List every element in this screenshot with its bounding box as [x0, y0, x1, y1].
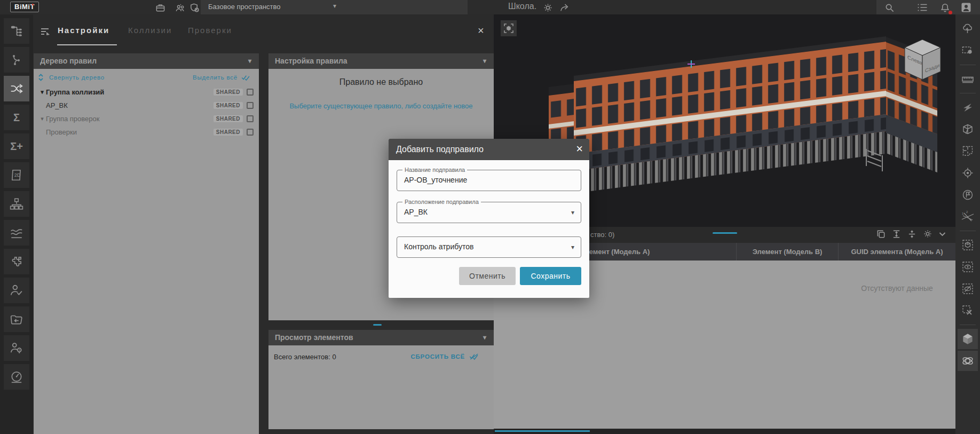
section-plane-icon[interactable] [958, 97, 978, 117]
tree-item-collision-group[interactable]: ▾ Группа коллизий SHARED [34, 85, 259, 98]
shaded-view-cube-icon[interactable] [958, 329, 978, 349]
tree-item-check-group[interactable]: ▾ Группа проверок SHARED [34, 112, 259, 125]
notifications-bell-icon[interactable] [938, 1, 951, 14]
workspace-selector[interactable]: Базовое пространство ▾ [201, 0, 468, 14]
viewport-bottom-strip [494, 429, 955, 434]
floorplan-icon[interactable] [958, 141, 978, 161]
row-height-icon[interactable] [892, 230, 901, 239]
elements-view-header[interactable]: Просмотр элементов ▾ [268, 330, 494, 345]
projects-briefcase-icon[interactable] [154, 1, 167, 14]
approvals-person-check-icon[interactable] [4, 278, 29, 303]
rule-tree-collapse-caret-icon[interactable]: ▾ [248, 53, 251, 69]
sum-add-icon[interactable]: Σ+ [4, 133, 29, 159]
svg-text:2D: 2D [14, 172, 21, 178]
show-element-icon[interactable] [958, 257, 978, 277]
clip-box-icon[interactable] [958, 119, 978, 139]
tree-item-checkbox[interactable] [247, 89, 254, 96]
rule-settings-title: Настройка правила [275, 57, 347, 65]
collapse-results-chevron-icon[interactable] [939, 232, 946, 236]
account-icon[interactable] [960, 1, 973, 14]
team-icon[interactable] [174, 1, 187, 14]
search-icon[interactable] [883, 1, 896, 14]
isolate-element-icon[interactable] [958, 235, 978, 255]
create-rule-hint-link[interactable]: Выберите существующее правило, либо созд… [268, 102, 494, 110]
select-element-icon[interactable] [958, 41, 978, 61]
measure-ruler-icon[interactable] [958, 69, 978, 89]
collapse-tree-link[interactable]: Свернуть дерево [49, 74, 105, 81]
tree-item-label: Группа коллизий [46, 88, 104, 96]
panel-close-icon[interactable]: × [478, 25, 484, 36]
rule-settings-collapse-caret-icon[interactable]: ▾ [483, 53, 486, 69]
elements-view-title: Просмотр элементов [275, 333, 353, 342]
fit-rows-icon[interactable] [907, 230, 916, 239]
results-resize-handle[interactable] [713, 232, 737, 234]
dashboard-gauge-icon[interactable] [4, 364, 29, 390]
column-guid-a[interactable]: GUID элемента (Модель А) [839, 243, 955, 261]
toolbar-separator [960, 93, 976, 93]
rule-tree-header[interactable]: Дерево правил ▾ [34, 53, 259, 69]
subrule-name-input[interactable] [404, 176, 564, 184]
tab-collisions[interactable]: Коллизии [128, 26, 172, 35]
focus-selection-icon[interactable] [501, 20, 517, 36]
table-settings-gear-icon[interactable] [923, 229, 932, 239]
app-logo[interactable]: BiMiT [10, 2, 39, 12]
geo-person-icon[interactable] [4, 335, 29, 361]
double-check-icon[interactable] [241, 74, 250, 81]
expand-collapse-icon[interactable] [38, 74, 44, 81]
reset-all-link[interactable]: СБРОСИТЬ ВСЁ [410, 353, 465, 360]
tree-item-checkbox[interactable] [247, 115, 254, 122]
grid-axes-icon[interactable]: 12 [958, 207, 978, 227]
tree-item-checkbox[interactable] [247, 129, 254, 136]
copy-rows-icon[interactable] [876, 230, 886, 239]
clear-selection-icon[interactable] [958, 301, 978, 321]
results-count-text: ство: 0) [590, 231, 614, 239]
relations-branch-icon[interactable] [4, 47, 29, 73]
task-list-icon[interactable] [916, 1, 929, 14]
shared-badge: SHARED [214, 102, 243, 109]
tree-item-ar-vk[interactable]: АР_ВК SHARED [34, 99, 259, 112]
share-icon[interactable] [558, 1, 571, 14]
collisions-shuffle-icon[interactable] [4, 76, 29, 101]
column-element-b[interactable]: Элемент (Модель B) [737, 243, 839, 261]
subrule-type-select[interactable]: Контроль атрибутов ▾ [397, 236, 581, 258]
plugins-puzzle-icon[interactable] [4, 249, 29, 274]
tree-toolbar-row: Свернуть дерево Выделить всё [34, 71, 259, 84]
bottom-tab-indicator [495, 430, 590, 432]
environment-tree-icon[interactable] [958, 19, 978, 39]
select-all-link[interactable]: Выделить всё [193, 74, 238, 81]
tree-expand-caret-icon[interactable]: ▾ [38, 115, 46, 122]
shield-sync-icon[interactable] [188, 1, 201, 14]
rule-settings-header[interactable]: Настройка правила ▾ [268, 53, 494, 69]
subrule-name-field[interactable]: Название подправила [397, 170, 581, 191]
tab-checks[interactable]: Проверки [188, 26, 232, 35]
toolbar-separator [960, 231, 976, 231]
panel-menu-icon[interactable] [40, 27, 50, 36]
dialog-close-icon[interactable]: × [576, 143, 583, 155]
elements-view-collapse-caret-icon[interactable]: ▾ [483, 330, 486, 345]
subrule-location-select[interactable]: Расположение подправила АР_ВК ▾ [397, 202, 581, 223]
orbit-navigation-icon[interactable] [958, 351, 978, 371]
cancel-button[interactable]: Отменить [459, 267, 516, 285]
structure-orgchart-icon[interactable] [4, 191, 29, 217]
double-check-off-icon[interactable] [469, 353, 479, 360]
flag-marker-icon[interactable] [958, 185, 978, 205]
view-cube[interactable]: Слева Сзади [905, 40, 941, 80]
panel-tabs-bar: Настройки Коллизии Проверки × [33, 14, 494, 53]
tree-item-checks[interactable]: Проверки SHARED [34, 125, 259, 138]
2d-documents-icon[interactable]: 2D [4, 162, 29, 188]
tab-settings[interactable]: Настройки [58, 26, 109, 35]
add-subrule-dialog: Добавить подправило × Название подправил… [389, 139, 589, 298]
sum-rules-icon[interactable]: Σ [4, 105, 29, 130]
workspace-caret-icon: ▾ [333, 2, 336, 10]
hide-element-icon[interactable] [958, 279, 978, 299]
model-tree-icon[interactable] [4, 18, 29, 44]
import-folder-icon[interactable] [4, 306, 29, 332]
tree-expand-caret-icon[interactable]: ▾ [38, 89, 46, 96]
project-settings-gear-icon[interactable] [541, 1, 554, 14]
shared-badge: SHARED [214, 89, 243, 96]
locate-target-icon[interactable] [958, 163, 978, 183]
trends-chart-icon[interactable] [4, 220, 29, 246]
tree-item-checkbox[interactable] [247, 102, 254, 109]
panel-resize-handle[interactable] [373, 324, 382, 326]
save-button[interactable]: Сохранить [520, 267, 581, 285]
